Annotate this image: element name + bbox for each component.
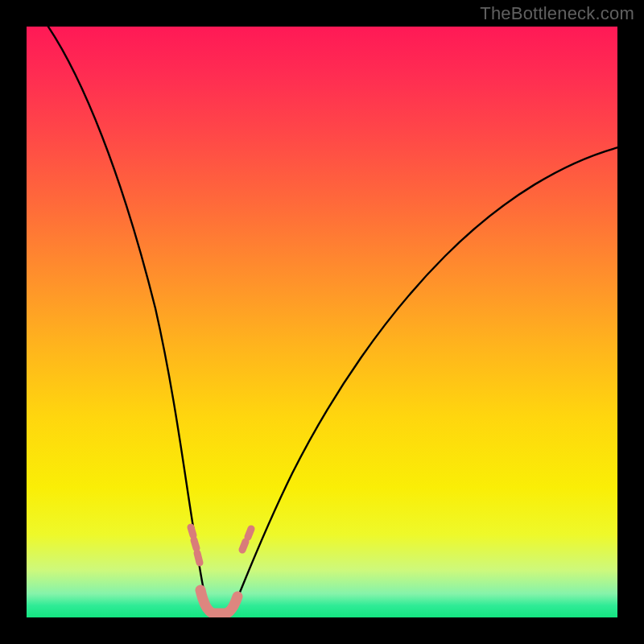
left-markers [191, 527, 200, 563]
plot-area [27, 27, 617, 617]
svg-line-4 [248, 529, 251, 537]
bottom-band [200, 590, 237, 613]
right-markers [242, 529, 251, 550]
svg-line-3 [242, 542, 246, 550]
bottleneck-curve [43, 27, 617, 614]
curve-layer [27, 27, 617, 617]
svg-line-1 [194, 540, 196, 548]
svg-line-2 [197, 553, 200, 563]
svg-line-0 [191, 527, 193, 535]
watermark-text: TheBottleneck.com [480, 3, 634, 24]
chart-frame: TheBottleneck.com [0, 0, 644, 644]
